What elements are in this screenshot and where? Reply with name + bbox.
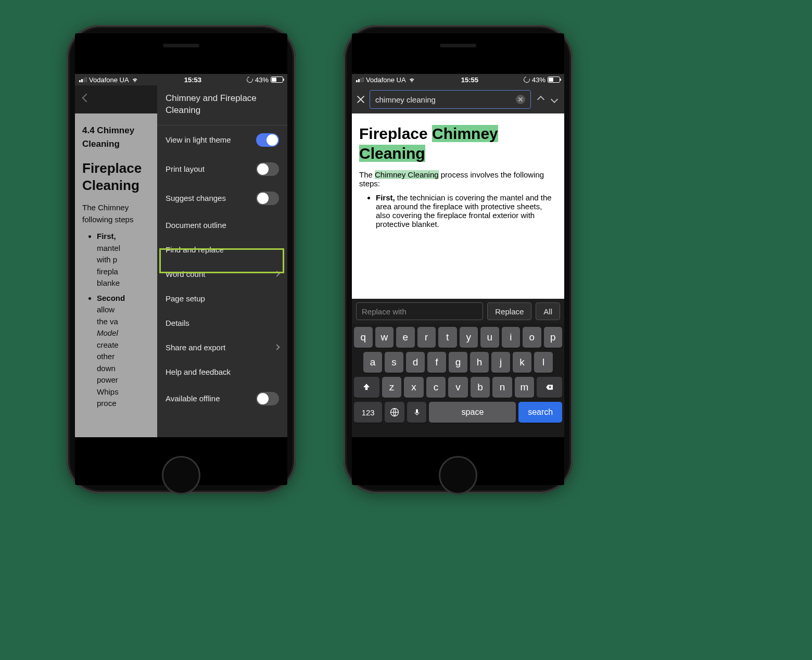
next-match-icon[interactable] bbox=[551, 96, 558, 103]
replace-toolbar: Replace with Replace All bbox=[352, 299, 564, 324]
key-v[interactable]: v bbox=[448, 377, 468, 398]
key-g[interactable]: g bbox=[449, 352, 467, 373]
key-x[interactable]: x bbox=[404, 377, 424, 398]
mic-key[interactable] bbox=[407, 402, 427, 423]
key-r[interactable]: r bbox=[417, 327, 436, 348]
clock: 15:53 bbox=[184, 76, 201, 84]
list-item: First, the technician is covering the ma… bbox=[376, 193, 557, 229]
key-t[interactable]: t bbox=[438, 327, 457, 348]
wifi-icon bbox=[408, 77, 416, 83]
sync-icon bbox=[523, 75, 531, 84]
phone-mockup-left: Vodafone UA 15:53 43% 4.4 Chimney Clea bbox=[67, 25, 296, 493]
backspace-key[interactable] bbox=[537, 377, 562, 398]
menu-find-replace[interactable]: Find and replace bbox=[157, 237, 287, 262]
menu-document-outline[interactable]: Document outline bbox=[157, 213, 287, 237]
key-p[interactable]: p bbox=[544, 327, 563, 348]
overflow-menu-drawer: Chimney and Fireplace Cleaning View in l… bbox=[157, 85, 287, 437]
keyboard[interactable]: qwertyuiop asdfghjkl zxcvbnm 123 space bbox=[352, 324, 564, 437]
shift-key[interactable] bbox=[354, 377, 379, 398]
replace-all-button[interactable]: All bbox=[536, 302, 560, 320]
clear-icon[interactable] bbox=[516, 95, 525, 104]
home-button[interactable] bbox=[439, 456, 477, 494]
key-i[interactable]: i bbox=[502, 327, 521, 348]
key-f[interactable]: f bbox=[427, 352, 446, 373]
mic-icon bbox=[413, 407, 421, 417]
doc-title: Fireplace Chimney Cleaning bbox=[359, 124, 557, 163]
status-bar: Vodafone UA 15:53 43% bbox=[75, 74, 287, 85]
battery-icon bbox=[548, 77, 560, 83]
key-a[interactable]: a bbox=[363, 352, 382, 373]
menu-suggest-changes[interactable]: Suggest changes bbox=[157, 184, 287, 213]
phone-mockup-right: Vodafone UA 15:55 43% chimney cleaning bbox=[344, 25, 573, 493]
key-c[interactable]: c bbox=[426, 377, 446, 398]
carrier-label: Vodafone UA bbox=[89, 76, 129, 84]
replace-input[interactable]: Replace with bbox=[356, 302, 483, 320]
menu-light-theme[interactable]: View in light theme bbox=[157, 125, 287, 155]
find-toolbar: chimney cleaning bbox=[352, 85, 564, 113]
key-z[interactable]: z bbox=[382, 377, 402, 398]
globe-icon bbox=[389, 407, 400, 417]
toggle-suggest[interactable] bbox=[256, 192, 279, 205]
key-b[interactable]: b bbox=[471, 377, 490, 398]
prev-match-icon[interactable] bbox=[537, 96, 544, 103]
key-h[interactable]: h bbox=[470, 352, 489, 373]
space-key[interactable]: space bbox=[429, 402, 516, 423]
menu-print-layout[interactable]: Print layout bbox=[157, 155, 287, 184]
battery-icon bbox=[271, 77, 283, 83]
backspace-icon bbox=[544, 383, 555, 391]
key-q[interactable]: q bbox=[354, 327, 373, 348]
key-s[interactable]: s bbox=[385, 352, 403, 373]
doc-paragraph: The Chimney Cleaning process involves th… bbox=[359, 170, 557, 188]
battery-pct: 43% bbox=[532, 76, 545, 84]
numbers-key[interactable]: 123 bbox=[354, 402, 382, 423]
signal-icon bbox=[356, 77, 364, 82]
key-w[interactable]: w bbox=[375, 327, 394, 348]
svg-rect-1 bbox=[416, 409, 418, 413]
key-u[interactable]: u bbox=[480, 327, 499, 348]
key-y[interactable]: y bbox=[460, 327, 478, 348]
close-icon[interactable] bbox=[356, 95, 365, 104]
key-e[interactable]: e bbox=[396, 327, 415, 348]
clock: 15:55 bbox=[461, 76, 478, 84]
key-o[interactable]: o bbox=[523, 327, 541, 348]
key-k[interactable]: k bbox=[513, 352, 531, 373]
drawer-title: Chimney and Fireplace Cleaning bbox=[157, 85, 287, 125]
signal-icon bbox=[79, 77, 87, 82]
menu-word-count[interactable]: Word count bbox=[157, 262, 287, 286]
globe-key[interactable] bbox=[385, 402, 404, 423]
replace-button[interactable]: Replace bbox=[487, 302, 531, 320]
wifi-icon bbox=[131, 77, 139, 83]
toggle-light-theme[interactable] bbox=[256, 133, 279, 147]
sync-icon bbox=[246, 75, 254, 84]
chevron-right-icon bbox=[274, 345, 280, 350]
battery-pct: 43% bbox=[255, 76, 269, 84]
menu-help-feedback[interactable]: Help and feedback bbox=[157, 360, 287, 384]
menu-available-offline[interactable]: Available offline bbox=[157, 384, 287, 413]
key-m[interactable]: m bbox=[515, 377, 535, 398]
toggle-print-layout[interactable] bbox=[256, 162, 279, 176]
menu-page-setup[interactable]: Page setup bbox=[157, 286, 287, 311]
menu-details[interactable]: Details bbox=[157, 311, 287, 335]
status-bar: Vodafone UA 15:55 43% bbox=[352, 74, 564, 85]
search-input[interactable]: chimney cleaning bbox=[370, 90, 531, 109]
key-d[interactable]: d bbox=[406, 352, 425, 373]
toggle-offline[interactable] bbox=[256, 392, 279, 405]
key-n[interactable]: n bbox=[492, 377, 512, 398]
menu-share-export[interactable]: Share and export bbox=[157, 335, 287, 360]
home-button[interactable] bbox=[162, 456, 200, 494]
key-l[interactable]: l bbox=[534, 352, 553, 373]
shift-icon bbox=[362, 383, 371, 392]
search-key[interactable]: search bbox=[518, 402, 562, 423]
key-j[interactable]: j bbox=[491, 352, 510, 373]
chevron-right-icon bbox=[274, 271, 280, 277]
carrier-label: Vodafone UA bbox=[366, 76, 406, 84]
